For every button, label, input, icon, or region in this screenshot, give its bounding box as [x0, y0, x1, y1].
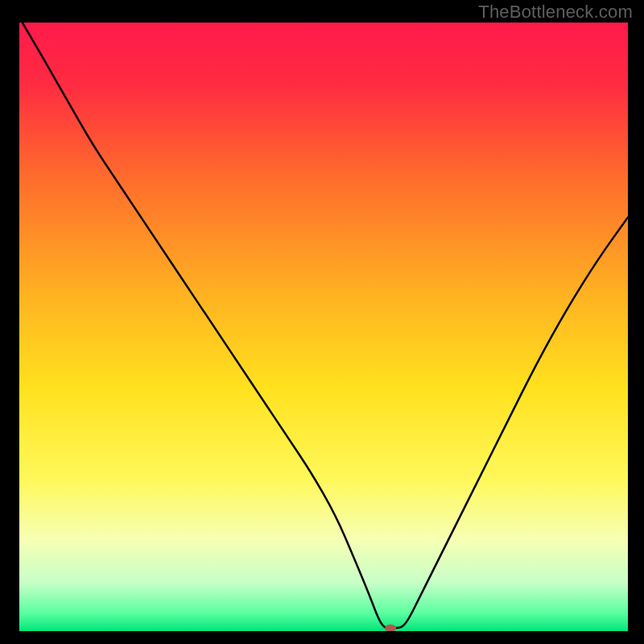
watermark-text: TheBottleneck.com — [478, 2, 633, 23]
plot-area — [19, 23, 628, 631]
chart-frame: TheBottleneck.com — [0, 0, 644, 644]
bottleneck-chart-svg — [19, 23, 628, 631]
chart-background — [19, 23, 628, 631]
